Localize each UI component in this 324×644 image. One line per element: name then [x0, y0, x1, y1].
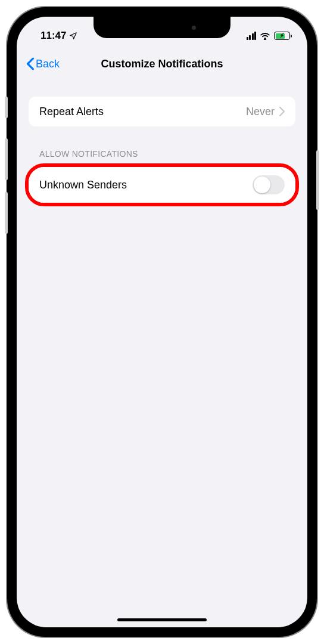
repeat-alerts-value: Never	[246, 106, 275, 118]
content-area: Repeat Alerts Never ALLOW NOTIFICATIONS …	[17, 79, 307, 206]
highlight-annotation: Unknown Senders	[25, 163, 299, 206]
chevron-right-icon	[279, 107, 285, 116]
unknown-senders-group: Unknown Senders	[29, 167, 295, 203]
navigation-bar: Back Customize Notifications	[17, 49, 307, 79]
phone-frame: 11:47 ⚡︎	[7, 7, 317, 637]
back-label: Back	[36, 58, 60, 70]
toggle-knob	[254, 177, 270, 193]
svg-point-0	[264, 38, 266, 39]
power-button	[316, 150, 319, 210]
chevron-left-icon	[26, 57, 35, 70]
unknown-senders-label: Unknown Senders	[39, 179, 127, 191]
location-icon	[69, 32, 77, 40]
repeat-alerts-group: Repeat Alerts Never	[29, 97, 295, 126]
status-time: 11:47	[40, 30, 66, 42]
notch	[94, 17, 230, 38]
unknown-senders-toggle[interactable]	[253, 175, 285, 194]
page-title: Customize Notifications	[101, 58, 223, 70]
volume-up-button	[5, 138, 8, 180]
unknown-senders-cell[interactable]: Unknown Senders	[29, 167, 295, 203]
home-indicator[interactable]	[117, 618, 207, 621]
allow-notifications-header: ALLOW NOTIFICATIONS	[39, 149, 295, 159]
cellular-signal-icon	[247, 32, 257, 40]
volume-down-button	[5, 192, 8, 234]
repeat-alerts-cell[interactable]: Repeat Alerts Never	[29, 97, 295, 126]
wifi-icon	[260, 32, 270, 40]
battery-icon: ⚡︎	[274, 32, 292, 40]
screen: 11:47 ⚡︎	[17, 17, 307, 627]
silence-switch	[5, 97, 8, 118]
camera-dot	[192, 26, 196, 30]
repeat-alerts-label: Repeat Alerts	[39, 106, 104, 118]
back-button[interactable]: Back	[26, 57, 60, 70]
